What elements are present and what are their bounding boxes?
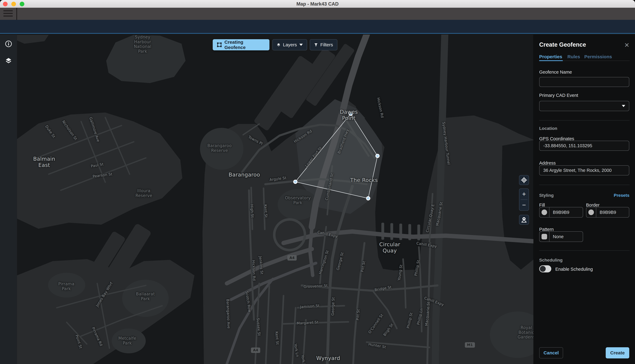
- section-divider: [539, 120, 629, 120]
- create-geofence-panel: Create Geofence ✕ Properties Rules Permi…: [533, 34, 635, 364]
- app-menu-bar: [0, 8, 635, 20]
- map-canvas[interactable]: Balmain EastDawes PointThe RocksBarangar…: [17, 34, 533, 364]
- gps-coordinates-input[interactable]: [539, 141, 629, 151]
- zoom-in-button[interactable]: +: [519, 189, 529, 200]
- geofence-name-label: Geofence Name: [539, 70, 572, 75]
- info-button[interactable]: [0, 36, 17, 52]
- chevron-down-icon: [622, 105, 625, 107]
- menu-divider: [17, 8, 17, 20]
- styling-heading: Styling: [539, 193, 554, 198]
- go-to-location-button[interactable]: [519, 215, 529, 225]
- draw-polygon-icon: [217, 42, 222, 48]
- filters-label: Filters: [320, 42, 333, 48]
- map-pin-icon: [521, 217, 527, 223]
- tab-rules[interactable]: Rules: [567, 54, 580, 59]
- app-header-bar: [0, 20, 635, 34]
- toggle-knob: [540, 266, 546, 272]
- layers-icon: [277, 42, 280, 48]
- border-color-value: B9B9B9: [596, 210, 616, 215]
- geofence-vertex[interactable]: [294, 180, 297, 184]
- active-tab-underline: [539, 60, 563, 61]
- zoom-out-button[interactable]: −: [519, 200, 529, 210]
- section-divider: [539, 250, 629, 251]
- geofence-vertex[interactable]: [366, 197, 370, 200]
- map-side-toolbar: [0, 34, 17, 364]
- location-heading: Location: [539, 126, 557, 131]
- layers-panel-button[interactable]: [0, 53, 17, 68]
- zoom-control: + −: [519, 188, 529, 211]
- fill-color-picker[interactable]: B9B9B9: [539, 207, 583, 218]
- border-color-swatch: [588, 210, 594, 215]
- hamburger-menu-icon[interactable]: [4, 10, 13, 17]
- primary-cad-event-select[interactable]: [539, 101, 629, 111]
- geofence-name-input[interactable]: [539, 77, 629, 87]
- scheduling-heading: Scheduling: [539, 258, 563, 263]
- info-icon: [5, 40, 12, 48]
- fill-color-value: B9B9B9: [549, 210, 569, 215]
- geofence-vertex[interactable]: [376, 154, 379, 158]
- layers-icon: [5, 57, 12, 64]
- pattern-value: None: [549, 234, 563, 239]
- tab-properties[interactable]: Properties: [539, 54, 562, 59]
- section-divider: [539, 185, 629, 185]
- primary-cad-event-label: Primary CAD Event: [539, 93, 578, 98]
- geofence-polygon[interactable]: [295, 114, 377, 198]
- creating-geofence-button[interactable]: Creating Geofence: [213, 39, 269, 50]
- layers-label: Layers: [283, 42, 297, 48]
- pattern-picker[interactable]: None: [539, 231, 583, 242]
- locate-me-button[interactable]: [519, 175, 529, 185]
- geofence-overlay: [17, 34, 533, 364]
- window-titlebar: Map - Mark43 CAD: [0, 0, 635, 8]
- address-input[interactable]: [539, 165, 629, 176]
- crosshair-icon: [521, 177, 527, 183]
- geofence-vertex[interactable]: [349, 112, 352, 116]
- tab-permissions[interactable]: Permissions: [584, 54, 612, 59]
- filters-button[interactable]: Filters: [310, 39, 337, 50]
- create-button[interactable]: Create: [606, 347, 629, 358]
- enable-scheduling-label: Enable Scheduling: [555, 267, 593, 272]
- fill-color-swatch: [541, 210, 547, 215]
- panel-title: Create Geofence: [539, 41, 586, 48]
- window-title: Map - Mark43 CAD: [0, 1, 635, 7]
- presets-link[interactable]: Presets: [614, 193, 629, 198]
- address-label: Address: [539, 160, 556, 166]
- close-icon[interactable]: ✕: [624, 42, 629, 48]
- filter-funnel-icon: [314, 42, 318, 47]
- border-color-picker[interactable]: B9B9B9: [586, 207, 629, 218]
- creating-geofence-label: Creating Geofence: [225, 40, 265, 50]
- pattern-swatch: [541, 234, 547, 240]
- cancel-button[interactable]: Cancel: [539, 347, 563, 358]
- chevron-down-icon: [299, 44, 303, 46]
- app-window: Balmain EastDawes PointThe RocksBarangar…: [0, 0, 635, 364]
- layers-button[interactable]: Layers: [272, 39, 307, 50]
- enable-scheduling-toggle[interactable]: [539, 265, 551, 272]
